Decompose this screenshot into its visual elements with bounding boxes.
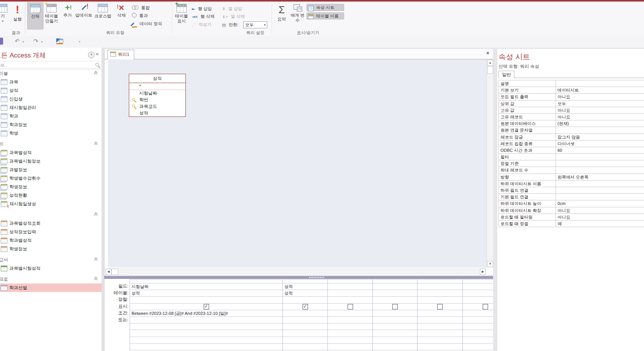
empty-cell[interactable] <box>417 330 462 337</box>
table-cell[interactable]: 성적 <box>130 290 282 297</box>
nav-pane-menu-button[interactable]: ▾ <box>88 52 95 58</box>
run-button[interactable]: ! 실행 <box>11 2 24 29</box>
criteria-cell[interactable] <box>463 310 493 317</box>
property-value[interactable]: 잠그지 않음 <box>556 134 644 140</box>
redo-caret-icon[interactable]: ▾ <box>41 40 43 43</box>
scroll-right-icon[interactable]: ▶ <box>480 269 486 275</box>
nav-item-재시험일관리[interactable]: 재시험일관리 <box>0 103 102 112</box>
column-selector[interactable] <box>373 280 417 283</box>
select-query-button[interactable]: 선택 <box>27 2 43 30</box>
criteria-cell[interactable] <box>373 310 417 317</box>
empty-cell[interactable] <box>328 323 372 330</box>
totals-button[interactable]: Σ 요약 <box>275 2 289 29</box>
empty-cell[interactable] <box>373 323 417 330</box>
empty-cell[interactable] <box>283 323 327 330</box>
scroll-down-icon[interactable]: ▼ <box>487 261 493 267</box>
hscroll-thumb[interactable] <box>111 269 118 275</box>
nav-pane-shutter-button[interactable]: « <box>96 51 99 57</box>
criteria-cell[interactable] <box>328 310 372 317</box>
nav-item-학생정보[interactable]: 학생정보 <box>0 182 102 191</box>
save-icon[interactable] <box>0 38 3 45</box>
pass-through-query-button[interactable]: 통과 <box>132 12 148 19</box>
collapse-chevron-icon[interactable] <box>94 258 98 262</box>
property-value[interactable] <box>556 154 644 160</box>
sort-cell[interactable] <box>328 297 372 303</box>
property-value[interactable]: 예 <box>556 221 644 227</box>
show-cell[interactable] <box>328 304 372 310</box>
sort-cell[interactable] <box>463 297 493 303</box>
empty-cell[interactable] <box>417 323 462 330</box>
empty-cell[interactable] <box>130 337 282 344</box>
empty-cell[interactable] <box>463 323 493 330</box>
property-value[interactable]: 아니요 <box>556 214 644 220</box>
nav-item-성적[interactable]: 성적 <box>0 86 102 95</box>
parameters-button[interactable]: [?] 매개 변수 <box>290 2 305 29</box>
property-value[interactable] <box>556 194 644 200</box>
search-icon[interactable] <box>95 63 99 66</box>
view-button[interactable]: 기 ▾ <box>0 2 9 29</box>
empty-cell[interactable] <box>417 337 462 344</box>
field-row-과목코드[interactable]: 과목코드 <box>129 103 185 110</box>
property-value[interactable]: 모두 <box>556 101 644 107</box>
show-cell[interactable] <box>130 304 282 310</box>
column-selector[interactable] <box>463 280 493 283</box>
or-cell[interactable] <box>130 317 282 323</box>
undo-caret-icon[interactable]: ▾ <box>23 40 24 43</box>
field-cell[interactable] <box>463 283 493 290</box>
delete-rows-button[interactable]: ⇥× 행 삭제 <box>192 13 215 19</box>
property-value[interactable] <box>556 187 644 193</box>
field-cell[interactable] <box>328 283 372 290</box>
return-combobox[interactable]: 모두 ▾ <box>243 21 267 28</box>
empty-cell[interactable] <box>373 344 417 350</box>
nav-section-header[interactable]: 테이블 <box>0 70 102 78</box>
scroll-up-icon[interactable]: ▲ <box>487 60 493 66</box>
empty-cell[interactable] <box>463 337 493 344</box>
table-cell[interactable] <box>373 290 417 297</box>
or-cell[interactable] <box>417 317 462 323</box>
property-value[interactable]: 아니요 <box>556 107 644 113</box>
update-query-button[interactable]: ! 업데이트 <box>75 2 93 29</box>
collapse-chevron-icon[interactable] <box>94 71 98 75</box>
field-row-학번[interactable]: 학번 <box>129 97 185 103</box>
column-selector[interactable] <box>417 280 462 283</box>
qat-customize-caret-icon[interactable]: ▾ <box>79 40 80 43</box>
nav-item-학과선별[interactable]: 학과선별 <box>0 283 102 292</box>
table-names-toggle-button[interactable]: 테이블 이름 <box>306 12 344 19</box>
field-list-table[interactable]: 성적 *시험날짜학번과목코드성적 <box>129 74 186 117</box>
property-value[interactable] <box>556 181 644 187</box>
vscroll-thumb[interactable] <box>487 66 493 74</box>
property-value[interactable]: 왼쪽에서 오른쪽 <box>556 174 644 180</box>
collapse-chevron-icon[interactable] <box>94 213 98 217</box>
nav-item-과목[interactable]: 과목 <box>0 78 102 86</box>
nav-item-학과[interactable]: 학과 <box>0 112 102 120</box>
property-value[interactable] <box>556 167 644 173</box>
field-cell[interactable]: 성적 <box>283 283 327 290</box>
nav-item-학생정보[interactable]: 학생정보 <box>0 245 102 253</box>
nav-section-header[interactable]: 폼 <box>0 211 102 219</box>
nav-section-header[interactable]: 보고서 <box>0 256 102 264</box>
show-checkbox[interactable] <box>437 304 443 309</box>
show-checkbox[interactable] <box>483 304 488 309</box>
property-value[interactable] <box>556 127 644 133</box>
nav-item-학과별성적[interactable]: 학과별성적 <box>0 236 102 245</box>
table-cell[interactable] <box>417 290 462 297</box>
empty-cell[interactable] <box>463 344 493 350</box>
nav-item-학생별수강횟수[interactable]: 학생별수강횟수 <box>0 174 102 182</box>
crosstab-query-button[interactable]: 크로스탭 <box>93 2 112 29</box>
or-cell[interactable] <box>283 317 327 323</box>
empty-cell[interactable] <box>130 344 282 350</box>
design-vertical-scrollbar[interactable]: ▲ ▼ <box>486 59 493 268</box>
field-row-시험날짜[interactable]: 시험날짜 <box>129 90 185 97</box>
criteria-cell[interactable] <box>417 310 462 317</box>
empty-cell[interactable] <box>328 344 372 350</box>
table-cell[interactable] <box>463 290 493 297</box>
data-definition-query-button[interactable]: 데이터 정의 <box>132 21 162 27</box>
nav-item-학과정보[interactable]: 학과정보 <box>0 120 102 129</box>
sort-cell[interactable] <box>283 297 327 303</box>
empty-cell[interactable] <box>283 344 327 350</box>
nav-section-header[interactable]: 매크로 <box>0 275 102 283</box>
field-row-성적[interactable]: 성적 <box>129 110 185 116</box>
insert-rows-button[interactable]: ⇤ 행 삽입 <box>192 5 212 12</box>
show-checkbox[interactable] <box>348 304 353 309</box>
property-value[interactable] <box>556 160 644 167</box>
